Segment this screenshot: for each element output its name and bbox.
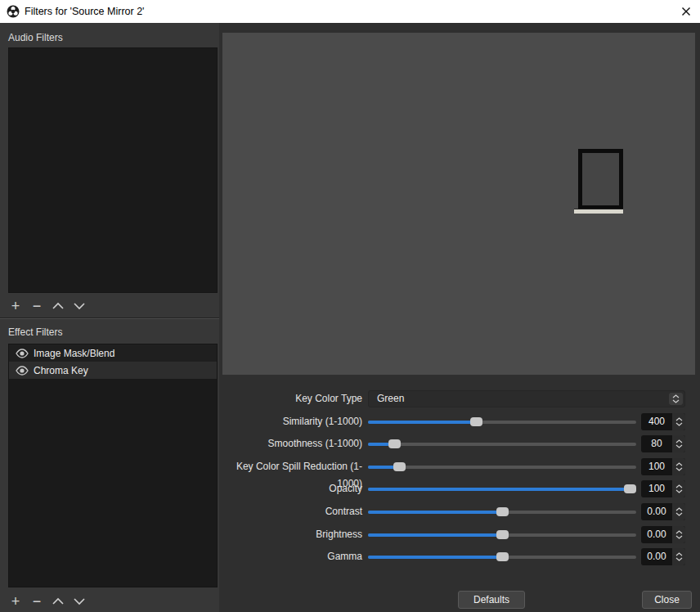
value-spinner-icon[interactable] [672, 526, 685, 543]
filter-settings-panel: Key Color TypeGreenSimilarity (1-1000)40… [219, 23, 700, 612]
smoothness-1-1000-slider[interactable] [368, 435, 636, 452]
preview-source-image [578, 149, 623, 209]
slider-fill [368, 421, 475, 424]
key-color-spill-reduction-1-1000-value-field[interactable]: 100 [641, 458, 685, 475]
setting-label-opacity: Opacity [222, 480, 362, 497]
key-color-spill-reduction-1-1000-slider[interactable] [368, 458, 636, 475]
gamma-value-field[interactable]: 0.00 [641, 548, 685, 565]
contrast-value-field[interactable]: 0.00 [641, 503, 685, 520]
titlebar: Filters for 'Source Mirror 2' [0, 0, 700, 23]
setting-label-gamma: Gamma [222, 548, 362, 565]
slider-handle[interactable] [496, 507, 509, 516]
value-text: 100 [641, 480, 672, 497]
slider-fill [368, 466, 395, 469]
gamma-slider[interactable] [368, 548, 636, 565]
slider-handle[interactable] [624, 484, 636, 493]
remove-effect-filter-button[interactable]: − [28, 592, 46, 610]
obs-logo-icon [7, 5, 20, 18]
slider-fill [368, 511, 502, 514]
close-window-icon[interactable] [677, 3, 695, 20]
filter-item-chroma-key[interactable]: Chroma Key [9, 362, 217, 379]
window-title: Filters for 'Source Mirror 2' [25, 0, 144, 23]
sections-divider [0, 317, 219, 319]
setting-label-key-color-type: Key Color Type [222, 390, 362, 407]
setting-row-gamma: Gamma0.00 [222, 548, 685, 565]
preview-source-image-base [574, 209, 623, 214]
slider-fill [368, 556, 502, 559]
setting-row-key-color-spill-reduction-1-1000: Key Color Spill Reduction (1-1000)100 [222, 458, 685, 475]
setting-row-contrast: Contrast0.00 [222, 503, 685, 520]
slider-fill [368, 488, 636, 491]
slider-track [368, 466, 636, 469]
value-text: 80 [641, 435, 672, 452]
selected-option-label: Green [377, 391, 404, 407]
setting-row-key-color-type: Key Color TypeGreen [222, 390, 685, 407]
audio-filters-toolbar: + − [7, 296, 92, 316]
value-text: 0.00 [641, 526, 672, 543]
value-text: 0.00 [641, 548, 672, 565]
filters-sidebar: Audio Filters + − Effect Filters Image M… [0, 23, 219, 612]
add-effect-filter-button[interactable]: + [7, 592, 25, 610]
brightness-slider[interactable] [368, 526, 636, 543]
setting-label-similarity-1-1000: Similarity (1-1000) [222, 413, 362, 430]
move-audio-filter-up-icon[interactable] [49, 297, 67, 315]
slider-handle[interactable] [393, 462, 406, 471]
chroma-key-settings: Key Color TypeGreenSimilarity (1-1000)40… [222, 375, 700, 589]
opacity-slider[interactable] [368, 480, 636, 497]
setting-row-opacity: Opacity100 [222, 480, 685, 497]
setting-row-smoothness-1-1000: Smoothness (1-1000)80 [222, 435, 685, 452]
slider-handle[interactable] [388, 439, 401, 448]
filter-item-image-mask-blend[interactable]: Image Mask/Blend [9, 344, 217, 362]
slider-handle[interactable] [470, 417, 482, 426]
value-text: 0.00 [641, 503, 672, 520]
effect-filters-toolbar: + − [7, 592, 92, 611]
value-text: 400 [641, 413, 672, 430]
effect-filters-list[interactable]: Image Mask/BlendChroma Key [8, 344, 218, 587]
opacity-value-field[interactable]: 100 [641, 480, 685, 497]
value-text: 100 [641, 458, 672, 475]
slider-fill [368, 533, 502, 537]
move-audio-filter-down-icon[interactable] [70, 297, 88, 315]
filters-dialog-window: Filters for 'Source Mirror 2' Audio Filt… [0, 0, 700, 612]
filter-item-label: Image Mask/Blend [34, 348, 114, 359]
move-effect-filter-up-icon[interactable] [49, 592, 67, 610]
slider-handle[interactable] [496, 530, 509, 539]
setting-label-key-color-spill-reduction-1-1000: Key Color Spill Reduction (1-1000) [222, 458, 362, 475]
value-spinner-icon[interactable] [672, 503, 685, 520]
defaults-button[interactable]: Defaults [458, 591, 525, 609]
key-color-type-select[interactable]: Green [368, 390, 685, 407]
contrast-slider[interactable] [368, 503, 636, 520]
value-spinner-icon[interactable] [672, 435, 685, 452]
dropdown-spinner-icon[interactable] [669, 393, 683, 405]
setting-label-contrast: Contrast [222, 503, 362, 520]
value-spinner-icon[interactable] [672, 548, 685, 565]
brightness-value-field[interactable]: 0.00 [641, 526, 685, 543]
audio-filters-list[interactable] [8, 47, 218, 293]
source-preview [222, 33, 695, 375]
similarity-1-1000-value-field[interactable]: 400 [641, 413, 685, 430]
slider-handle[interactable] [496, 552, 509, 561]
similarity-1-1000-slider[interactable] [368, 413, 636, 430]
setting-label-brightness: Brightness [222, 526, 362, 543]
remove-audio-filter-button[interactable]: − [28, 297, 46, 315]
close-dialog-button[interactable]: Close [642, 591, 692, 609]
visibility-eye-icon[interactable] [16, 366, 29, 376]
slider-track [368, 443, 636, 446]
visibility-eye-icon[interactable] [16, 349, 29, 358]
filter-item-label: Chroma Key [34, 365, 88, 376]
value-spinner-icon[interactable] [672, 458, 685, 475]
slider-fill [368, 443, 389, 446]
value-spinner-icon[interactable] [672, 480, 685, 497]
effect-filters-heading: Effect Filters [8, 326, 62, 338]
move-effect-filter-down-icon[interactable] [70, 592, 88, 610]
smoothness-1-1000-value-field[interactable]: 80 [641, 435, 685, 452]
setting-row-similarity-1-1000: Similarity (1-1000)400 [222, 413, 685, 430]
audio-filters-heading: Audio Filters [8, 32, 63, 43]
add-audio-filter-button[interactable]: + [7, 297, 25, 315]
value-spinner-icon[interactable] [672, 413, 685, 430]
setting-row-brightness: Brightness0.00 [222, 526, 685, 543]
setting-label-smoothness-1-1000: Smoothness (1-1000) [222, 435, 362, 452]
